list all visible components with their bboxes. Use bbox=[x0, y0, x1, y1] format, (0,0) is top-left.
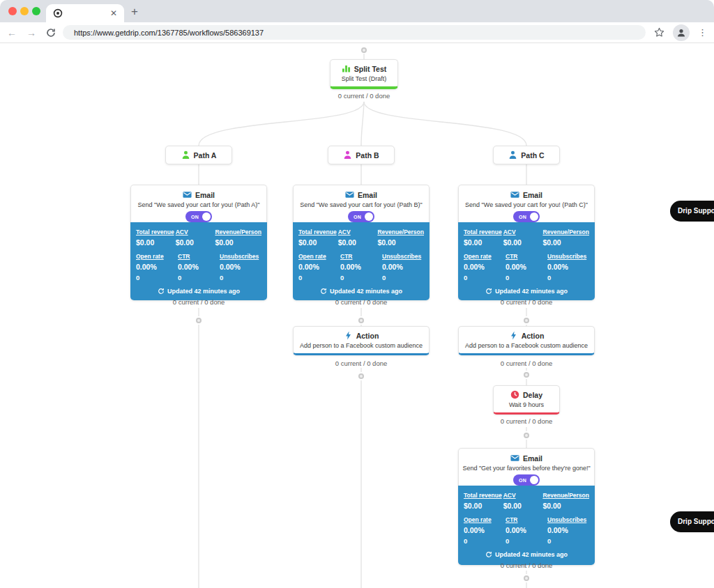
stat-link[interactable]: Revenue/Person bbox=[377, 229, 424, 235]
stat-count: 0 bbox=[178, 274, 220, 281]
stat-link[interactable]: CTR bbox=[340, 253, 382, 260]
back-button[interactable]: ← bbox=[7, 28, 17, 38]
split-test-node[interactable]: Split Test Split Test (Draft) bbox=[330, 59, 398, 89]
stat-count: 0 bbox=[506, 537, 547, 545]
stat-value: 0.00% bbox=[464, 526, 506, 534]
stat-link[interactable]: ACV bbox=[338, 229, 378, 235]
counter-label: 0 current / 0 done bbox=[302, 298, 420, 306]
stat-count: 0 bbox=[220, 274, 261, 281]
refresh-icon[interactable] bbox=[485, 288, 492, 295]
email-card-path-c-2: Email Send "Get your favorites before th… bbox=[458, 448, 595, 565]
stat-link[interactable]: Unsubscribes bbox=[382, 253, 424, 260]
path-b-header[interactable]: Path B bbox=[328, 146, 395, 164]
new-tab-button[interactable]: + bbox=[131, 5, 138, 19]
stat-value: $0.00 bbox=[176, 238, 215, 247]
connector-dot[interactable] bbox=[524, 318, 529, 323]
stat-link[interactable]: Total revenue bbox=[464, 229, 503, 235]
stat-link[interactable]: Open rate bbox=[298, 253, 340, 260]
tab-close-icon[interactable]: ✕ bbox=[110, 9, 117, 17]
browser-tab[interactable]: ✕ bbox=[46, 4, 124, 22]
email-node[interactable]: Email Send "We saved your cart for you! … bbox=[293, 185, 430, 222]
node-title: Delay bbox=[523, 391, 542, 399]
email-node[interactable]: Email Send "We saved your cart for you! … bbox=[130, 185, 267, 222]
stat-count: 0 bbox=[382, 274, 424, 281]
stat-link[interactable]: Revenue/Person bbox=[215, 229, 261, 235]
toggle-on-label: ON bbox=[354, 215, 361, 219]
stat-link[interactable]: Total revenue bbox=[464, 492, 503, 499]
email-node[interactable]: Email Send "We saved your cart for you! … bbox=[458, 185, 595, 222]
stat-link[interactable]: Revenue/Person bbox=[542, 229, 589, 235]
stat-link[interactable]: Unsubscribes bbox=[220, 253, 261, 260]
refresh-icon[interactable] bbox=[158, 288, 165, 295]
stats-updated-label: Updated 42 minutes ago bbox=[495, 288, 568, 295]
email-stats-panel: Total revenue$0.00 ACV$0.00 Revenue/Pers… bbox=[458, 222, 595, 300]
connector-dot[interactable] bbox=[361, 47, 367, 53]
browser-menu-icon[interactable]: ⋮ bbox=[698, 28, 707, 37]
tab-strip: ✕ + bbox=[0, 0, 714, 22]
stat-link[interactable]: Open rate bbox=[464, 253, 506, 260]
drip-support-button[interactable]: Drip Support bbox=[670, 201, 714, 222]
counter-label: 0 current / 0 done bbox=[305, 92, 423, 100]
path-c-header[interactable]: Path C bbox=[493, 146, 560, 164]
stat-link[interactable]: Open rate bbox=[464, 516, 506, 523]
connector-dot[interactable] bbox=[524, 575, 529, 581]
stat-link[interactable]: Total revenue bbox=[298, 229, 338, 235]
action-description: Add person to a Facebook custom audience bbox=[459, 342, 594, 349]
stat-value: 0.00% bbox=[506, 263, 547, 271]
workflow-connectors bbox=[0, 43, 714, 588]
email-on-toggle[interactable]: ON bbox=[513, 211, 540, 222]
stat-count: 0 bbox=[136, 274, 178, 281]
window-minimize-button[interactable] bbox=[20, 7, 29, 15]
toggle-knob bbox=[530, 212, 538, 221]
refresh-icon[interactable] bbox=[485, 551, 492, 558]
split-test-subtitle: Split Test (Draft) bbox=[331, 75, 397, 82]
stat-count: 0 bbox=[298, 274, 340, 281]
url-bar[interactable]: https://www.getdrip.com/1367785/workflow… bbox=[63, 25, 646, 40]
email-card-path-a: Email Send "We saved your cart for you! … bbox=[130, 185, 267, 300]
connector-dot[interactable] bbox=[358, 318, 364, 323]
email-on-toggle[interactable]: ON bbox=[348, 211, 374, 222]
action-node-path-b[interactable]: Action Add person to a Facebook custom a… bbox=[293, 326, 430, 355]
bookmark-star-icon[interactable] bbox=[654, 27, 664, 38]
stat-link[interactable]: ACV bbox=[503, 229, 543, 235]
email-node[interactable]: Email Send "Get your favorites before th… bbox=[458, 448, 595, 486]
stat-link[interactable]: Open rate bbox=[136, 253, 178, 260]
stat-value: 0.00% bbox=[547, 263, 589, 271]
node-title: Action bbox=[522, 332, 545, 340]
connector-dot[interactable] bbox=[524, 433, 529, 438]
connector-dot[interactable] bbox=[524, 372, 529, 378]
path-label: Path A bbox=[194, 151, 217, 160]
stat-link[interactable]: CTR bbox=[178, 253, 220, 260]
stat-link[interactable]: ACV bbox=[503, 492, 543, 499]
window-zoom-button[interactable] bbox=[32, 7, 40, 15]
bar-chart-icon bbox=[342, 64, 351, 73]
email-on-toggle[interactable]: ON bbox=[513, 474, 540, 486]
node-title: Email bbox=[358, 191, 377, 199]
window-close-button[interactable] bbox=[8, 7, 17, 15]
site-favicon-icon bbox=[53, 8, 63, 18]
email-card-path-b: Email Send "We saved your cart for you! … bbox=[293, 185, 430, 300]
url-text: https://www.getdrip.com/1367785/workflow… bbox=[74, 29, 264, 37]
stat-link[interactable]: Total revenue bbox=[136, 229, 176, 235]
connector-dot[interactable] bbox=[358, 373, 364, 379]
delay-node[interactable]: Delay Wait 9 hours bbox=[493, 385, 560, 415]
connector-dot[interactable] bbox=[196, 318, 202, 323]
stat-link[interactable]: Unsubscribes bbox=[547, 253, 589, 260]
path-a-header[interactable]: Path A bbox=[165, 146, 232, 164]
profile-avatar[interactable] bbox=[673, 24, 690, 41]
stat-value: 0.00% bbox=[298, 263, 340, 271]
drip-support-button[interactable]: Drip Support bbox=[670, 511, 714, 532]
stat-link[interactable]: Unsubscribes bbox=[547, 516, 589, 523]
forward-button[interactable]: → bbox=[26, 28, 36, 38]
email-on-toggle[interactable]: ON bbox=[185, 211, 212, 222]
stat-link[interactable]: CTR bbox=[506, 253, 547, 260]
stat-link[interactable]: ACV bbox=[176, 229, 215, 235]
reload-button[interactable] bbox=[46, 28, 56, 38]
action-node-path-c[interactable]: Action Add person to a Facebook custom a… bbox=[458, 326, 595, 355]
stat-link[interactable]: Revenue/Person bbox=[542, 492, 589, 499]
refresh-icon[interactable] bbox=[320, 288, 327, 295]
email-stats-panel: Total revenue$0.00 ACV$0.00 Revenue/Pers… bbox=[130, 222, 267, 300]
email-icon bbox=[510, 454, 519, 463]
stat-link[interactable]: CTR bbox=[506, 516, 547, 523]
stat-value: $0.00 bbox=[464, 502, 503, 510]
